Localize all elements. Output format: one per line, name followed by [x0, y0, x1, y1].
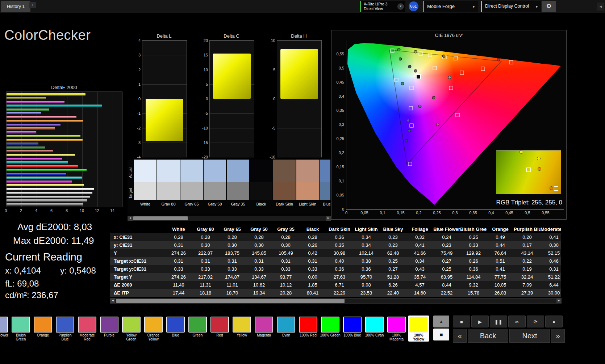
- patch-button-cyan[interactable]: Cyan: [276, 316, 296, 342]
- delta-e-bar: [7, 188, 94, 190]
- table-row: Target y:CIE310,330,330,330,330,330,330,…: [110, 265, 561, 273]
- up-arrow-icon[interactable]: ▲: [433, 316, 449, 327]
- scrollbar-thumb[interactable]: [133, 216, 188, 220]
- record-button[interactable]: ●: [545, 316, 563, 327]
- patch-label: Bluish Green: [11, 333, 31, 342]
- table-column-header: Blue Flower: [433, 225, 460, 233]
- scroll-right-icon[interactable]: ►: [326, 216, 331, 221]
- scroll-right-icon[interactable]: ►: [556, 299, 561, 303]
- patch-button-orange-yellow[interactable]: Orange Yellow: [143, 316, 164, 342]
- row-label: y: CIE31: [110, 241, 165, 249]
- table-cell: 80,41: [299, 289, 326, 297]
- meter-selector[interactable]: X-Rite i1Pro 3 Direct View ▼: [360, 1, 405, 12]
- swatch-scrollbar[interactable]: ◄ ►: [128, 216, 331, 221]
- patch-button-blue[interactable]: Blue: [165, 316, 186, 342]
- measured-point: [401, 82, 404, 85]
- swatch-column-gray-80[interactable]: Gray 80: [157, 160, 180, 209]
- back-button[interactable]: Back: [468, 329, 508, 343]
- current-measurement-marker: [416, 74, 421, 79]
- patch-swatch: [321, 317, 339, 333]
- table-cell: 0,23: [380, 233, 406, 241]
- patch-button-100-blue[interactable]: 100% Blue: [342, 316, 363, 342]
- swatch-column-gray-65[interactable]: Gray 65: [180, 160, 203, 209]
- axis-tick-label: 0: [5, 208, 7, 213]
- patch-swatch: [188, 317, 207, 333]
- axis-tick-label: 0,55: [542, 211, 549, 215]
- refresh-button[interactable]: ⟳: [527, 316, 544, 327]
- patch-button-green[interactable]: Green: [187, 316, 208, 342]
- patch-label: Yellow Green: [121, 333, 142, 342]
- chevron-down-icon[interactable]: ▼: [535, 5, 538, 9]
- patch-button-100-magenta[interactable]: 100% Magenta: [386, 316, 407, 342]
- patch-button-100-cyan[interactable]: 100% Cyan: [364, 316, 385, 342]
- gear-icon[interactable]: ⚙: [542, 1, 556, 12]
- patch-button-bluish-green[interactable]: Bluish Green: [11, 316, 31, 342]
- swatch-column-gray-50[interactable]: Gray 50: [204, 160, 226, 209]
- pause-button[interactable]: ❚❚: [490, 316, 507, 327]
- stop-button[interactable]: ■: [453, 316, 470, 327]
- display-control-selector[interactable]: Direct Display Control ▼: [481, 1, 541, 12]
- back-chevrons-icon[interactable]: «: [453, 329, 467, 343]
- table-cell: 0,25: [380, 257, 406, 265]
- chevron-down-icon[interactable]: ▼: [472, 5, 475, 9]
- patch-button-100-yellow[interactable]: 100% Yellow: [408, 316, 429, 342]
- swatch-column-dark-skin[interactable]: Dark Skin: [273, 160, 296, 209]
- add-tab-button[interactable]: +: [29, 2, 36, 8]
- patch-button-moderate-red[interactable]: Moderate Red: [77, 316, 97, 342]
- target-marker: [509, 60, 513, 64]
- scrollbar-thumb[interactable]: [116, 299, 345, 303]
- target-marker: [456, 113, 460, 117]
- axis-tick-label: 2: [138, 68, 141, 72]
- pattern-source-selector[interactable]: Mobile Forge ▼: [423, 1, 478, 12]
- patch-button-100-green[interactable]: 100% Green: [320, 316, 341, 342]
- target-marker: [410, 124, 414, 128]
- patch-swatch: [299, 317, 317, 333]
- patch-button-magenta[interactable]: Magenta: [254, 316, 274, 342]
- swatch-label: Dark Skin: [273, 200, 296, 209]
- patch-button-purple[interactable]: Purple: [99, 316, 120, 342]
- next-chevrons-icon[interactable]: »: [551, 329, 565, 343]
- top-toolbar: History 1 + X-Rite i1Pro 3 Direct View ▼…: [0, 0, 605, 13]
- table-row: Target Y274,26217,02174,87134,6793,770,0…: [110, 273, 561, 281]
- patch-button-yellow[interactable]: Yellow: [231, 316, 252, 342]
- patch-button-purplish-blue[interactable]: Purplish Blue: [55, 316, 75, 342]
- pattern-window-icon[interactable]: ■: [433, 329, 449, 340]
- patch-button-blue-flower[interactable]: Blue Flower: [0, 316, 9, 342]
- swatch-column-white[interactable]: White: [134, 160, 157, 209]
- delta-e-bar: [7, 135, 80, 137]
- axis-tick-label: -5: [204, 111, 208, 115]
- patch-swatch: [34, 317, 52, 333]
- patch-button-orange[interactable]: Orange: [33, 316, 53, 342]
- patch-swatch: [0, 317, 8, 333]
- table-cell: 43,14: [514, 249, 541, 257]
- table-cell: 0,30: [219, 241, 246, 249]
- swatch-column-light-skin[interactable]: Light Skin: [296, 160, 319, 209]
- swatch-column-blue-sky[interactable]: Blue Sky: [320, 160, 330, 209]
- table-cell: 11,49: [165, 281, 192, 289]
- meter-count-badge[interactable]: 661: [409, 1, 418, 11]
- loop-button[interactable]: ∞: [508, 316, 526, 327]
- history-tab[interactable]: History 1: [1, 1, 30, 12]
- patch-swatch: [277, 317, 295, 333]
- delta-e-bar: [7, 124, 61, 126]
- table-row: y: CIE310,310,300,300,300,300,260,350,34…: [110, 241, 561, 249]
- swatch-column-black[interactable]: Black: [250, 160, 272, 209]
- table-cell: 77,75: [487, 273, 514, 281]
- table-cell: 174,87: [219, 273, 246, 281]
- patch-button-100-red[interactable]: 100% Red: [298, 316, 318, 342]
- scroll-left-icon[interactable]: ◄: [128, 216, 133, 221]
- swatch-column-gray-35[interactable]: Gray 35: [227, 160, 249, 209]
- table-cell: 26,03: [487, 289, 514, 297]
- table-cell: 0,51: [487, 257, 514, 265]
- collapse-panel-icon[interactable]: ◀: [597, 3, 604, 10]
- play-button[interactable]: ▶: [471, 316, 489, 327]
- table-cell: 10,05: [487, 281, 514, 289]
- table-scrollbar[interactable]: ◄ ►: [110, 298, 562, 304]
- patch-button-red[interactable]: Red: [209, 316, 230, 342]
- table-cell: 95,70: [353, 273, 380, 281]
- next-button[interactable]: Next: [509, 329, 550, 343]
- target-marker: [433, 66, 437, 70]
- scroll-left-icon[interactable]: ◄: [110, 299, 115, 303]
- chevron-down-icon[interactable]: ▼: [397, 3, 404, 10]
- patch-button-yellow-green[interactable]: Yellow Green: [121, 316, 142, 342]
